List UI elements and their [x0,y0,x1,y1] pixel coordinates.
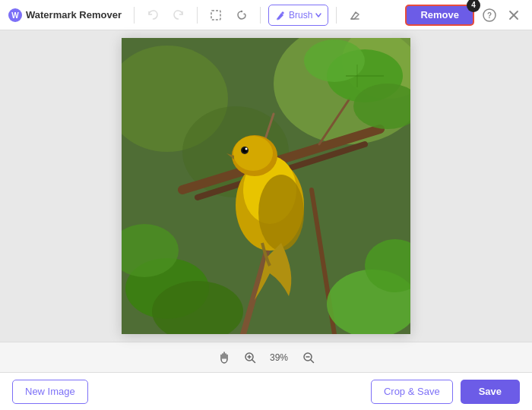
close-icon [508,9,520,21]
crop-save-button[interactable]: Crop & Save [371,380,453,404]
save-label: Save [479,386,502,397]
remove-label: Remove [420,9,459,20]
app-logo-icon: W [8,8,23,23]
footer: New Image Crop & Save Save [0,372,532,410]
undo-button[interactable] [142,5,163,26]
svg-text:?: ? [487,11,492,20]
svg-point-24 [233,136,273,171]
redo-icon [173,9,185,21]
brush-icon [275,10,286,20]
brush-label: Brush [289,10,312,20]
bird-image [122,38,410,334]
toolbar-divider-4 [336,7,337,24]
footer-right: Crop & Save Save [371,380,520,404]
svg-rect-2 [211,11,220,20]
image-container [122,38,410,334]
app-logo: W Watermark Remover [8,8,122,23]
crop-save-label: Crop & Save [384,386,440,397]
zoom-bar: 39% [0,342,532,372]
remove-badge: 4 [467,0,480,12]
remove-button-wrap: Remove 4 [405,5,474,26]
svg-point-28 [258,175,304,251]
eraser-tool-button[interactable] [344,5,366,26]
toolbar-divider-2 [197,7,198,24]
new-image-label: New Image [25,386,75,397]
zoom-in-icon [244,352,256,364]
svg-line-40 [252,360,255,363]
eraser-icon [349,9,361,21]
zoom-in-button[interactable] [240,348,260,367]
svg-point-27 [245,148,248,150]
chevron-down-icon [315,12,321,18]
brush-tool-button[interactable]: Brush [268,5,328,26]
lasso-icon [236,9,248,21]
undo-icon [147,9,159,21]
lasso-tool-button[interactable] [231,5,252,26]
new-image-button[interactable]: New Image [12,380,88,404]
remove-button[interactable]: Remove [405,5,474,26]
svg-text:W: W [11,11,19,20]
help-icon: ? [483,8,496,22]
zoom-out-icon [302,352,315,364]
selection-tool-button[interactable] [205,5,226,26]
zoom-out-button[interactable] [299,348,318,367]
redo-button[interactable] [168,5,189,26]
header-right: ? [479,5,524,26]
toolbar-divider-1 [134,7,135,24]
header: W Watermark Remover [0,0,532,30]
svg-line-44 [311,360,314,363]
hand-tool-button[interactable] [214,348,234,367]
svg-point-3 [241,10,242,11]
canvas-area [0,30,532,342]
zoom-level: 39% [266,352,293,363]
bird-scene-svg [122,38,410,334]
app-title: Watermark Remover [26,9,122,20]
hand-icon [217,351,231,364]
selection-icon [210,9,222,21]
toolbar-divider-3 [260,7,261,24]
save-button[interactable]: Save [461,380,520,404]
help-button[interactable]: ? [479,5,500,26]
close-button[interactable] [503,5,524,26]
